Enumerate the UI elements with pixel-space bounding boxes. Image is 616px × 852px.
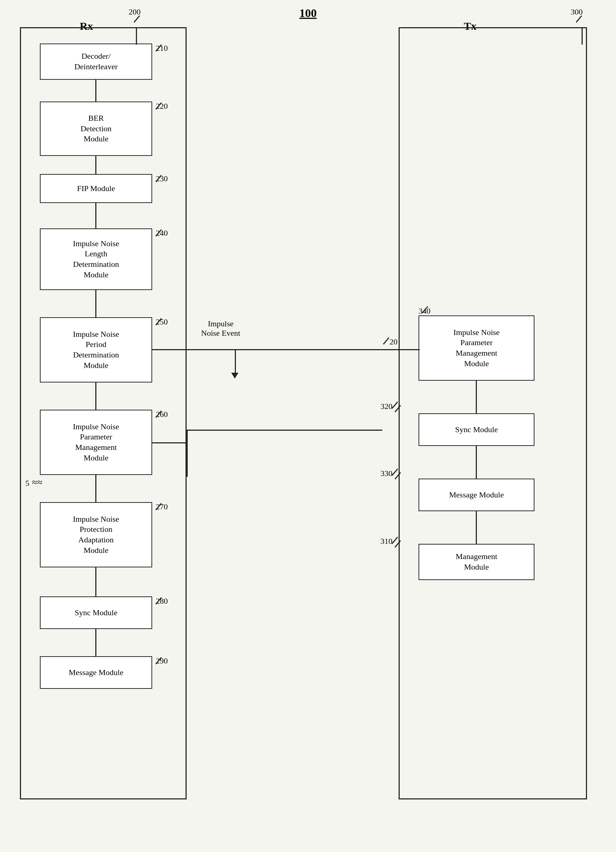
vline-junction-down (235, 349, 236, 375)
vline-220-230 (95, 156, 96, 174)
vline-280-290 (95, 629, 96, 656)
decoder-deinterleaver-module: Decoder/Deinterleaver (40, 44, 152, 80)
ref-310-tick1 (392, 536, 398, 544)
vline-240-250 (95, 290, 96, 317)
impulse-noise-param-mgmt-label-rx: Impulse NoiseParameterManagementModule (73, 421, 119, 463)
impulse-noise-length-module: Impulse NoiseLengthDeterminationModule (40, 228, 152, 290)
management-module-tx: ManagementModule (419, 544, 535, 580)
hline-260-right (152, 442, 187, 443)
vline-230-240 (95, 203, 96, 228)
ref-310: 310 (381, 536, 392, 546)
ref-320-tick1 (392, 401, 398, 409)
sync-module-label-tx: Sync Module (455, 424, 498, 435)
fip-label: FIP Module (77, 183, 115, 194)
impulse-noise-period-label: Impulse NoisePeriodDeterminationModule (73, 329, 119, 370)
vline-top-tx (581, 27, 583, 45)
impulse-noise-arrow (231, 373, 238, 379)
ref-330-tick1 (392, 468, 398, 476)
impulse-noise-param-mgmt-module-tx: Impulse NoiseParameterManagementModule (419, 316, 535, 381)
ber-detection-label: BERDetectionModule (80, 113, 111, 144)
sync-module-rx: Sync Module (40, 597, 152, 629)
hline-20-to-tx (387, 349, 420, 350)
ref-5: 5 (26, 479, 29, 488)
management-module-label-tx: ManagementModule (456, 551, 497, 572)
impulse-noise-param-mgmt-label-tx: Impulse NoiseParameterManagementModule (453, 327, 500, 369)
vline-msg-mgmt-tx (476, 511, 477, 544)
impulse-noise-event-label: ImpulseNoise Event (201, 319, 240, 338)
vline-210-220 (95, 80, 96, 101)
ref-320: 320 (381, 402, 392, 411)
vline-270-280 (95, 567, 96, 597)
hline-250-right (152, 349, 235, 350)
hline-rx-260-tx-320 (187, 430, 382, 431)
sync-module-tx: Sync Module (419, 413, 535, 446)
ref-330: 330 (381, 469, 392, 478)
message-module-label-tx: Message Module (449, 490, 504, 500)
fip-module: FIP Module (40, 174, 152, 203)
vline-260-270 (95, 475, 96, 502)
diagram-container: 100 Rx Tx 200 300 Decoder/Deinterleaver … (0, 0, 616, 852)
impulse-noise-protection-module: Impulse NoiseProtectionAdaptationModule (40, 502, 152, 567)
ref-20-tick (383, 337, 390, 344)
vline-340-sync-tx (476, 381, 477, 413)
impulse-noise-length-label: Impulse NoiseLengthDeterminationModule (73, 239, 119, 280)
decoder-deinterleaver-label: Decoder/Deinterleaver (74, 51, 118, 72)
title-100: 100 (299, 6, 317, 20)
message-module-label-rx: Message Module (69, 668, 124, 678)
sync-module-label-rx: Sync Module (75, 608, 117, 618)
impulse-noise-period-module: Impulse NoisePeriodDeterminationModule (40, 317, 152, 382)
impulse-noise-protection-label: Impulse NoiseProtectionAdaptationModule (73, 514, 119, 556)
impulse-noise-param-mgmt-module-rx: Impulse NoiseParameterManagementModule (40, 410, 152, 475)
message-module-tx: Message Module (419, 479, 535, 511)
vline-rx-260-hline (187, 430, 188, 477)
ber-detection-module: BERDetectionModule (40, 101, 152, 156)
wave-marks-5: ≈≈ (32, 477, 42, 488)
vline-top-rx (136, 27, 137, 45)
vline-sync-msg-tx (476, 446, 477, 479)
vline-250-260 (95, 382, 96, 410)
ref-20: 20 (390, 337, 398, 347)
hline-250-to-20 (235, 349, 387, 350)
message-module-rx: Message Module (40, 656, 152, 689)
